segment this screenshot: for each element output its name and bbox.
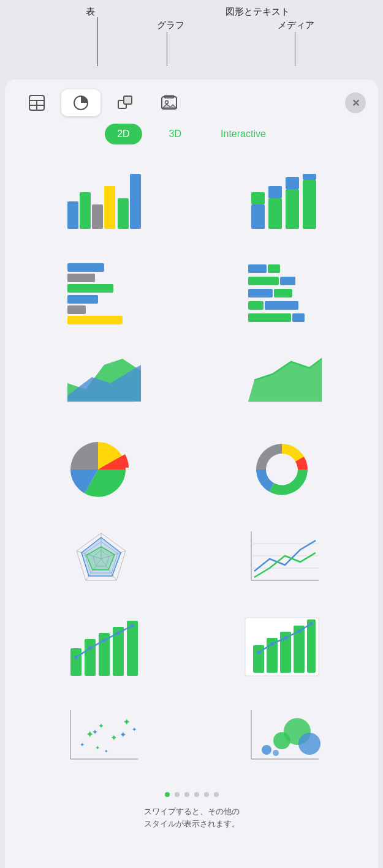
table-icon [28,94,45,111]
shapes-annotation: 図形とテキスト [226,6,290,18]
chart-item-scatter[interactable]: ✦ ✦ ✦ ✦ ✦ ✦ ✦ ✦ ✦ ✦ [11,693,192,782]
svg-rect-20 [286,189,299,229]
media-icon [161,94,178,111]
chart-item-donut[interactable] [192,425,373,514]
svg-text:✦: ✦ [92,728,98,736]
page-dot-5[interactable] [214,792,219,797]
svg-text:✦: ✦ [104,749,108,754]
page-dot-2[interactable] [184,792,189,797]
shapes-tab-button[interactable] [105,89,145,116]
svg-rect-26 [67,284,113,293]
stacked-bar-chart-icon [242,168,322,235]
svg-rect-39 [292,313,305,322]
svg-point-67 [88,646,92,650]
svg-rect-28 [67,305,86,314]
svg-point-81 [309,622,313,626]
page-dot-1[interactable] [175,792,180,797]
line-chart-icon [242,525,322,593]
svg-rect-36 [248,301,264,310]
bubble-chart-icon [242,704,322,771]
svg-rect-32 [248,277,279,285]
svg-point-68 [102,638,106,642]
svg-text:✦: ✦ [98,722,104,730]
3d-segment-button[interactable]: 3D [157,124,194,144]
chart-item-hbar-grouped[interactable] [11,246,192,335]
chart-item-radar[interactable] [11,514,192,604]
chart-grid: ✦ ✦ ✦ ✦ ✦ ✦ ✦ ✦ ✦ ✦ [5,157,378,782]
media-tab-button[interactable] [150,89,189,116]
mixed-chart-icon [61,615,141,682]
hbar-grouped-chart-icon [61,257,141,324]
pie-chart-icon [61,436,141,503]
svg-rect-31 [268,264,280,273]
page-dot-4[interactable] [204,792,209,797]
chart-item-area[interactable] [11,335,192,425]
svg-rect-13 [104,186,115,229]
svg-point-99 [273,750,279,756]
svg-rect-62 [85,639,96,676]
insert-panel: ✕ 2D 3D Interactive [5,80,378,868]
chart-item-bar-line[interactable] [192,604,373,693]
svg-rect-29 [67,316,123,324]
svg-point-79 [284,636,287,640]
close-button[interactable]: ✕ [345,92,366,113]
interactive-segment-button[interactable]: Interactive [208,124,278,144]
chart-item-stacked-bar[interactable] [192,157,373,246]
graph-annotation: グラフ [157,20,184,31]
chart-item-mixed[interactable] [11,604,192,693]
chart-item-line[interactable] [192,514,373,604]
svg-rect-19 [268,186,282,198]
bar-line-chart-icon [242,615,322,682]
graph-tab-button[interactable] [61,89,100,116]
svg-point-80 [297,629,301,633]
svg-text:✦: ✦ [123,717,131,727]
page-dot-0[interactable] [165,792,170,797]
svg-point-100 [298,733,320,755]
chart-item-hbar-stacked[interactable] [192,246,373,335]
svg-point-45 [270,457,294,482]
area-line-chart-icon [242,346,322,414]
chart-item-area-line[interactable] [192,335,373,425]
svg-point-77 [257,651,260,654]
chart-item-bubble[interactable] [192,693,373,782]
svg-rect-30 [248,264,267,273]
svg-rect-34 [248,289,273,297]
2d-segment-button[interactable]: 2D [105,124,142,144]
svg-text:✦: ✦ [80,741,85,748]
svg-rect-25 [67,274,95,282]
svg-text:✦: ✦ [132,726,137,733]
svg-rect-17 [251,192,265,204]
svg-rect-10 [67,201,78,229]
scatter-chart-icon: ✦ ✦ ✦ ✦ ✦ ✦ ✦ ✦ ✦ ✦ [61,704,141,771]
svg-text:✦: ✦ [119,730,127,739]
svg-text:✦: ✦ [110,733,118,743]
svg-rect-35 [274,289,292,297]
svg-rect-12 [92,204,103,229]
table-tab-button[interactable] [17,89,56,116]
svg-rect-6 [124,96,132,104]
hbar-stacked-chart-icon [242,257,322,324]
svg-point-69 [116,631,120,635]
svg-rect-14 [118,198,129,229]
svg-rect-76 [307,619,316,673]
svg-rect-33 [280,277,295,285]
svg-rect-24 [67,263,104,272]
shapes-icon [116,94,134,111]
svg-text:✦: ✦ [95,744,100,751]
chart-item-pie[interactable] [11,425,192,514]
page-indicator [5,782,378,803]
svg-rect-23 [303,174,316,180]
chart-item-grouped-bar[interactable] [11,157,192,246]
toolbar: ✕ [5,80,378,124]
svg-point-9 [165,101,169,104]
svg-point-96 [262,745,271,755]
page-dot-3[interactable] [194,792,199,797]
svg-rect-11 [80,192,91,229]
svg-rect-27 [67,295,98,304]
svg-rect-61 [70,648,82,676]
svg-rect-38 [248,313,291,322]
svg-rect-15 [130,174,141,229]
svg-rect-18 [268,198,282,229]
area-chart-icon [61,346,141,414]
graph-icon [72,94,89,111]
